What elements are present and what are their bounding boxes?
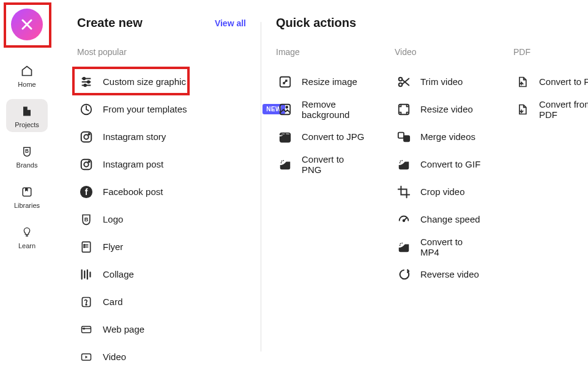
nav-libraries[interactable]: Libraries — [6, 180, 48, 213]
item-icon — [516, 75, 529, 89]
item-icon — [80, 158, 93, 171]
item-icon — [278, 103, 292, 116]
qa-list: Resize imageRemove backgroundConvert to … — [276, 68, 368, 178]
item-icon — [80, 75, 93, 89]
create-new-heading: Create new — [77, 16, 143, 30]
item-icon — [397, 130, 411, 144]
item-label: Convert from PDF — [539, 99, 588, 120]
item-label: Web page — [103, 324, 144, 334]
qa-list: Trim videoResize videoMerge videosConver… — [395, 68, 486, 288]
sidebar: Home Projects B Brands Libraries Learn — [0, 0, 54, 376]
svg-point-17 — [84, 246, 85, 248]
create-item[interactable]: fFacebook post — [77, 178, 246, 205]
quick-action-item[interactable]: Reverse video — [395, 260, 486, 288]
item-label: From your templates — [103, 104, 187, 114]
svg-point-37 — [401, 160, 403, 161]
svg-rect-34 — [398, 132, 404, 138]
item-icon — [80, 350, 93, 364]
item-label: Logo — [103, 214, 123, 224]
item-label: Reverse video — [420, 269, 479, 279]
svg-point-42 — [400, 245, 401, 246]
nav-brands[interactable]: B Brands — [6, 139, 48, 172]
svg-point-31 — [399, 77, 403, 81]
nav-learn[interactable]: Learn — [6, 220, 48, 253]
nav-home[interactable]: Home — [6, 59, 48, 92]
quick-action-item[interactable]: Resize image — [276, 68, 368, 95]
create-item[interactable]: Web page — [77, 315, 246, 343]
quick-action-item[interactable]: Merge videos — [395, 123, 486, 150]
create-item[interactable]: From your templatesNEW — [77, 95, 246, 123]
item-label: Convert to MP4 — [420, 237, 484, 257]
nav-label: Learn — [18, 242, 35, 249]
quick-action-item[interactable]: Crop video — [395, 178, 486, 205]
item-label: Convert to JPG — [302, 131, 365, 142]
item-label: Convert to GIF — [420, 159, 480, 169]
view-all-link[interactable]: View all — [215, 18, 246, 28]
svg-text:B: B — [84, 216, 89, 222]
item-icon — [278, 158, 292, 171]
svg-point-8 — [88, 133, 89, 135]
svg-point-11 — [88, 161, 89, 162]
svg-point-27 — [283, 132, 284, 133]
create-item[interactable]: Video — [77, 343, 246, 370]
nav-projects[interactable]: Projects — [6, 99, 48, 132]
quick-action-item[interactable]: Trim video — [395, 68, 486, 95]
svg-point-19 — [86, 304, 87, 305]
item-label: Collage — [103, 269, 134, 279]
svg-rect-33 — [399, 104, 409, 114]
learn-icon — [20, 225, 34, 240]
quick-action-item[interactable]: Convert to GIF — [395, 150, 486, 178]
item-label: Instagram post — [103, 159, 163, 169]
quick-action-item[interactable]: Remove background — [276, 95, 368, 123]
create-item[interactable]: BLogo — [77, 205, 246, 233]
create-item[interactable]: Instagram post — [77, 150, 246, 178]
item-icon — [397, 158, 411, 171]
item-label: Custom size graphic — [103, 76, 186, 87]
quick-actions-column: Quick actions ImageResize imageRemove ba… — [261, 16, 588, 376]
qa-column-header: Image — [276, 47, 368, 57]
item-icon — [80, 130, 93, 144]
nav-label: Projects — [15, 121, 39, 128]
item-icon: B — [80, 213, 93, 226]
svg-rect-35 — [404, 136, 409, 141]
item-label: Convert to PDF — [539, 76, 588, 87]
item-label: Instagram story — [103, 131, 166, 142]
svg-point-7 — [84, 135, 88, 139]
svg-rect-24 — [280, 104, 291, 114]
create-item[interactable]: Collage — [77, 260, 246, 288]
create-item[interactable]: Card — [77, 288, 246, 315]
quick-action-item[interactable]: Convert to JPG — [276, 123, 368, 150]
create-item[interactable]: Custom size graphic — [77, 68, 246, 95]
close-icon — [21, 19, 32, 30]
quick-action-item[interactable]: Convert to MP4 — [395, 233, 486, 260]
quick-action-item[interactable]: Resize video — [395, 95, 486, 123]
quick-action-item[interactable]: Change speed — [395, 205, 486, 233]
quick-actions-columns: ImageResize imageRemove backgroundConver… — [276, 47, 588, 288]
nav-label: Home — [18, 81, 35, 88]
create-item[interactable]: Instagram story — [77, 123, 246, 150]
item-icon — [80, 240, 93, 254]
svg-point-4 — [84, 84, 86, 86]
item-icon — [397, 240, 411, 254]
item-label: Merge videos — [420, 131, 475, 142]
libraries-icon — [20, 185, 34, 199]
create-item[interactable]: Flyer — [77, 233, 246, 260]
svg-point-29 — [283, 160, 284, 161]
svg-rect-20 — [82, 326, 91, 333]
svg-point-10 — [84, 162, 88, 166]
quick-action-item[interactable]: Convert to PDF — [513, 68, 588, 95]
item-label: Facebook post — [103, 186, 163, 197]
item-label: Trim video — [420, 76, 463, 87]
create-new-column: Create new View all Most popular Custom … — [77, 16, 261, 376]
svg-point-41 — [401, 242, 403, 243]
projects-icon — [20, 104, 34, 119]
most-popular-subheader: Most popular — [77, 47, 246, 57]
quick-action-item[interactable]: Convert from PDF — [513, 95, 588, 123]
quick-action-item[interactable]: Convert to PNG — [276, 150, 368, 178]
close-button[interactable] — [11, 9, 43, 40]
svg-point-28 — [281, 160, 283, 161]
svg-point-36 — [400, 160, 401, 161]
item-icon — [397, 268, 411, 281]
item-icon — [80, 268, 93, 281]
brands-icon: B — [20, 144, 34, 159]
